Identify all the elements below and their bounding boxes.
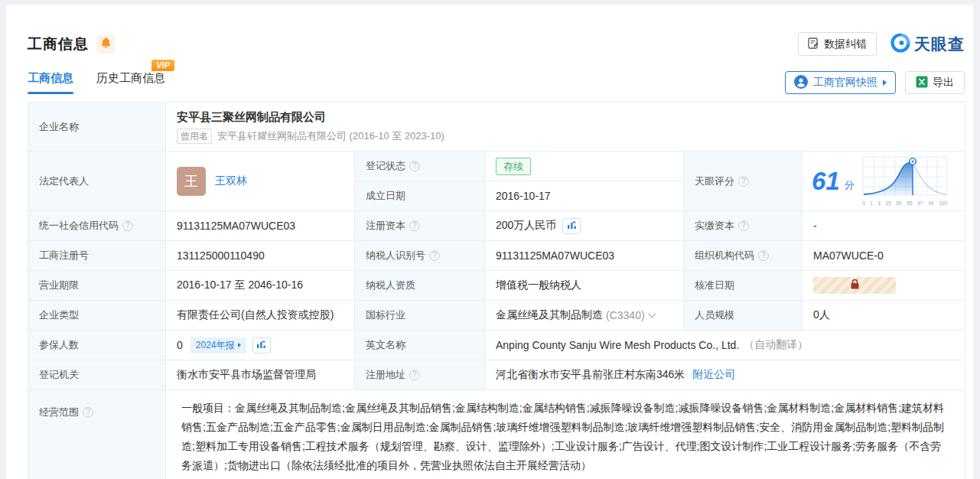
business-info-card: 工商信息 数据纠错 天眼查 bbox=[6, 5, 973, 479]
label-tianyan-score: 天眼评分 ? bbox=[684, 152, 803, 211]
former-name: 安平县钎耀丝网制品有限公司 (2016-10 至 2023-10) bbox=[217, 129, 444, 143]
excel-icon bbox=[916, 76, 928, 90]
tabs-row: 工商信息 历史工商信息 VIP 工商官网快照 导出 bbox=[28, 71, 965, 94]
legal-rep-link[interactable]: 王双林 bbox=[215, 174, 247, 188]
value-industry: 金属丝绳及其制品制造 (C3340) bbox=[485, 301, 684, 331]
capital-trend-button[interactable] bbox=[562, 218, 581, 234]
help-icon[interactable]: ? bbox=[409, 161, 420, 171]
value-staff-size: 0人 bbox=[803, 301, 965, 331]
label-business-term: 营业期限 bbox=[28, 271, 166, 301]
nearby-companies-link[interactable]: 附近公司 bbox=[692, 368, 735, 382]
trend-chart-icon bbox=[567, 220, 577, 232]
help-icon[interactable]: ? bbox=[758, 250, 769, 261]
tab-history-business-info[interactable]: 历史工商信息 VIP bbox=[96, 71, 165, 94]
legal-rep-avatar[interactable]: 王 bbox=[177, 167, 206, 196]
help-icon[interactable]: ? bbox=[83, 407, 93, 418]
industry-code: (C3340) bbox=[606, 309, 645, 321]
arrow-right-icon bbox=[883, 80, 887, 86]
tianyancha-logo[interactable]: 天眼查 bbox=[890, 33, 965, 56]
value-insured-count: 0 2024年报 bbox=[166, 331, 355, 360]
label-reg-capital: 注册资本 ? bbox=[355, 211, 485, 241]
status-badge: 存续 bbox=[496, 158, 531, 175]
data-correction-button[interactable]: 数据纠错 bbox=[798, 32, 877, 56]
label-establish-date: 成立日期 bbox=[355, 181, 485, 211]
label-company-name: 企业名称 bbox=[28, 103, 166, 152]
help-icon[interactable]: ? bbox=[429, 250, 440, 261]
lock-icon bbox=[851, 279, 859, 292]
label-industry: 国标行业 bbox=[355, 301, 485, 331]
value-legal-rep: 王 王双林 bbox=[166, 152, 355, 211]
help-icon[interactable]: ? bbox=[738, 176, 749, 187]
value-approval-date bbox=[803, 271, 965, 301]
label-reg-status: 登记状态 ? bbox=[355, 152, 485, 181]
label-taxpayer-id: 纳税人识别号 ? bbox=[355, 241, 485, 271]
value-business-term: 2016-10-17 至 2046-10-16 bbox=[166, 271, 355, 301]
correction-doc-icon bbox=[808, 37, 819, 51]
header: 工商信息 数据纠错 天眼查 bbox=[28, 32, 965, 56]
label-approval-date: 核准日期 bbox=[684, 271, 803, 301]
label-reg-authority: 登记机关 bbox=[28, 360, 166, 390]
logo-text: 天眼查 bbox=[914, 34, 965, 55]
label-org-code: 组织机构代码 ? bbox=[684, 241, 803, 271]
person-circle-icon bbox=[794, 75, 808, 91]
vip-badge: VIP bbox=[151, 60, 174, 71]
monitor-bell-button[interactable] bbox=[96, 35, 115, 54]
locked-value-button[interactable] bbox=[813, 277, 896, 294]
label-taxpayer-quality: 纳税人资质 bbox=[355, 271, 485, 301]
help-icon[interactable]: ? bbox=[122, 220, 133, 231]
label-legal-rep: 法定代表人 bbox=[28, 152, 166, 211]
value-credit-code: 91131125MA07WUCE03 bbox=[166, 211, 355, 241]
tab-business-info[interactable]: 工商信息 bbox=[28, 71, 73, 94]
auto-translate-note: （自动翻译） bbox=[744, 338, 808, 352]
export-button[interactable]: 导出 bbox=[905, 71, 965, 94]
value-org-code: MA07WUCE-0 bbox=[803, 241, 965, 271]
label-insured-count: 参保人数 bbox=[28, 331, 166, 360]
value-reg-status: 存续 bbox=[485, 152, 684, 181]
value-english-name: Anping County Sanju Wire Mesh Products C… bbox=[485, 331, 965, 360]
label-paid-capital: 实缴资本 ? bbox=[684, 211, 803, 241]
help-icon[interactable]: ? bbox=[738, 220, 749, 231]
value-paid-capital: - bbox=[803, 211, 965, 241]
official-snapshot-button[interactable]: 工商官网快照 bbox=[785, 71, 896, 94]
value-reg-number: 131125000110490 bbox=[166, 241, 355, 271]
bell-icon bbox=[101, 37, 111, 51]
value-company-type: 有限责任公司(自然人投资或控股) bbox=[166, 301, 355, 331]
score-axis-ticks: 01 315 5085 9799 100 bbox=[862, 200, 948, 206]
arrow-right-icon bbox=[238, 343, 241, 347]
value-reg-capital: 200万人民币 bbox=[485, 211, 684, 241]
label-reg-number: 工商注册号 bbox=[28, 241, 166, 271]
business-info-table: 企业名称 安平县三聚丝网制品有限公司 曾用名 安平县钎耀丝网制品有限公司 (20… bbox=[28, 102, 965, 479]
score-number: 61 bbox=[812, 167, 840, 196]
tianyancha-logo-icon bbox=[890, 33, 910, 56]
value-reg-address: 河北省衡水市安平县前张庄村东南346米 附近公司 bbox=[485, 360, 965, 390]
active-tab-underline bbox=[28, 92, 73, 94]
label-company-type: 企业类型 bbox=[28, 301, 166, 331]
insured-trend-button[interactable] bbox=[252, 337, 271, 354]
former-name-tag: 曾用名 bbox=[177, 129, 212, 144]
help-icon[interactable]: ? bbox=[409, 220, 420, 231]
label-reg-address: 注册地址 ? bbox=[355, 360, 485, 390]
label-business-scope: 经营范围 ? bbox=[28, 390, 166, 479]
help-icon[interactable]: ? bbox=[409, 370, 420, 380]
value-reg-authority: 衡水市安平县市场监督管理局 bbox=[166, 360, 355, 390]
value-taxpayer-quality: 增值税一般纳税人 bbox=[485, 271, 684, 301]
page-title: 工商信息 bbox=[28, 34, 89, 54]
label-english-name: 英文名称 bbox=[355, 331, 485, 360]
label-credit-code: 统一社会信用代码 ? bbox=[28, 211, 166, 241]
label-staff-size: 人员规模 bbox=[684, 301, 803, 331]
chevron-down-icon[interactable] bbox=[648, 311, 656, 318]
value-establish-date: 2016-10-17 bbox=[485, 181, 684, 211]
value-company-name: 安平县三聚丝网制品有限公司 曾用名 安平县钎耀丝网制品有限公司 (2016-10… bbox=[166, 103, 965, 152]
score-unit: 分 bbox=[845, 178, 855, 192]
score-distribution-chart: 01 315 5085 9799 100 bbox=[862, 156, 948, 206]
value-business-scope: 一般项目：金属丝绳及其制品制造;金属丝绳及其制品销售;金属结构制造;金属结构销售… bbox=[166, 390, 965, 479]
company-name: 安平县三聚丝网制品有限公司 bbox=[177, 110, 326, 125]
value-tianyan-score[interactable]: 61 分 bbox=[803, 152, 965, 211]
value-taxpayer-id: 91131125MA07WUCE03 bbox=[485, 241, 684, 271]
annual-report-badge[interactable]: 2024年报 bbox=[190, 337, 246, 354]
trend-chart-icon bbox=[256, 339, 266, 351]
